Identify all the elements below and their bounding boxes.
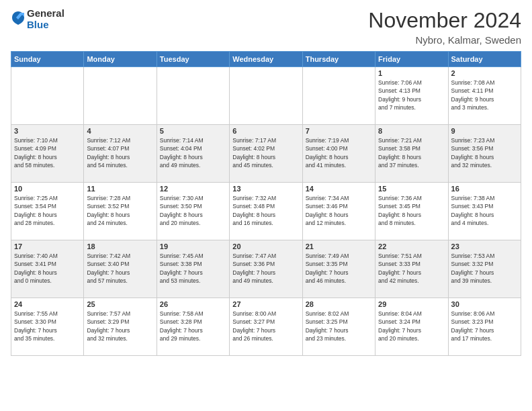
day-number-24: 24	[14, 300, 81, 308]
calendar-day-6: 6Sunrise: 7:17 AM Sunset: 4:02 PM Daylig…	[230, 125, 302, 183]
day-info-25: Sunrise: 7:57 AM Sunset: 3:29 PM Dayligh…	[87, 310, 153, 342]
calendar-empty	[157, 67, 229, 125]
calendar-day-2: 2Sunrise: 7:08 AM Sunset: 4:11 PM Daylig…	[448, 67, 521, 125]
day-number-21: 21	[306, 242, 372, 250]
calendar-day-26: 26Sunrise: 7:58 AM Sunset: 3:28 PM Dayli…	[157, 298, 229, 356]
calendar-day-12: 12Sunrise: 7:30 AM Sunset: 3:50 PM Dayli…	[157, 183, 229, 240]
calendar-day-17: 17Sunrise: 7:40 AM Sunset: 3:41 PM Dayli…	[11, 240, 84, 298]
calendar-day-21: 21Sunrise: 7:49 AM Sunset: 3:35 PM Dayli…	[302, 240, 375, 298]
day-number-17: 17	[14, 242, 81, 250]
day-number-19: 19	[160, 242, 226, 250]
day-number-13: 13	[232, 185, 299, 193]
weekday-header-saturday: Saturday	[448, 52, 521, 67]
weekday-header-sunday: Sunday	[11, 52, 84, 67]
calendar-day-8: 8Sunrise: 7:21 AM Sunset: 3:58 PM Daylig…	[375, 125, 448, 183]
day-number-6: 6	[232, 127, 299, 135]
day-info-16: Sunrise: 7:38 AM Sunset: 3:43 PM Dayligh…	[451, 194, 518, 227]
calendar-day-18: 18Sunrise: 7:42 AM Sunset: 3:40 PM Dayli…	[84, 240, 157, 298]
day-info-21: Sunrise: 7:49 AM Sunset: 3:35 PM Dayligh…	[306, 252, 372, 285]
calendar-day-22: 22Sunrise: 7:51 AM Sunset: 3:33 PM Dayli…	[375, 240, 448, 298]
month-title: November 2024	[368, 8, 521, 33]
calendar-empty	[302, 67, 375, 125]
calendar-day-4: 4Sunrise: 7:12 AM Sunset: 4:07 PM Daylig…	[84, 125, 157, 183]
day-info-15: Sunrise: 7:36 AM Sunset: 3:45 PM Dayligh…	[378, 194, 445, 227]
weekday-row: SundayMondayTuesdayWednesdayThursdayFrid…	[11, 52, 521, 67]
calendar-empty	[84, 67, 157, 125]
day-number-27: 27	[232, 300, 299, 308]
day-number-30: 30	[451, 300, 518, 308]
day-info-26: Sunrise: 7:58 AM Sunset: 3:28 PM Dayligh…	[160, 310, 226, 342]
calendar-day-7: 7Sunrise: 7:19 AM Sunset: 4:00 PM Daylig…	[302, 125, 375, 183]
day-info-30: Sunrise: 8:06 AM Sunset: 3:23 PM Dayligh…	[451, 310, 518, 342]
calendar-week-1: 1Sunrise: 7:06 AM Sunset: 4:13 PM Daylig…	[11, 67, 521, 125]
calendar: SundayMondayTuesdayWednesdayThursdayFrid…	[11, 51, 521, 356]
day-number-8: 8	[378, 127, 445, 135]
calendar-week-2: 3Sunrise: 7:10 AM Sunset: 4:09 PM Daylig…	[11, 125, 521, 183]
calendar-day-30: 30Sunrise: 8:06 AM Sunset: 3:23 PM Dayli…	[448, 298, 521, 356]
calendar-day-14: 14Sunrise: 7:34 AM Sunset: 3:46 PM Dayli…	[302, 183, 375, 240]
day-number-20: 20	[232, 242, 299, 250]
calendar-day-28: 28Sunrise: 8:02 AM Sunset: 3:25 PM Dayli…	[302, 298, 375, 356]
calendar-day-15: 15Sunrise: 7:36 AM Sunset: 3:45 PM Dayli…	[375, 183, 448, 240]
logo-blue-text: Blue	[27, 19, 64, 31]
day-info-18: Sunrise: 7:42 AM Sunset: 3:40 PM Dayligh…	[87, 252, 153, 285]
day-info-17: Sunrise: 7:40 AM Sunset: 3:41 PM Dayligh…	[14, 252, 81, 285]
logo-text: General Blue	[27, 8, 64, 30]
day-number-18: 18	[87, 242, 153, 250]
weekday-header-tuesday: Tuesday	[157, 52, 229, 67]
calendar-day-1: 1Sunrise: 7:06 AM Sunset: 4:13 PM Daylig…	[375, 67, 448, 125]
day-number-3: 3	[14, 127, 81, 135]
day-info-10: Sunrise: 7:25 AM Sunset: 3:54 PM Dayligh…	[14, 194, 81, 227]
day-info-22: Sunrise: 7:51 AM Sunset: 3:33 PM Dayligh…	[378, 252, 445, 285]
day-number-12: 12	[160, 185, 226, 193]
weekday-header-friday: Friday	[375, 52, 448, 67]
day-number-22: 22	[378, 242, 445, 250]
day-info-6: Sunrise: 7:17 AM Sunset: 4:02 PM Dayligh…	[232, 136, 299, 169]
calendar-day-19: 19Sunrise: 7:45 AM Sunset: 3:38 PM Dayli…	[157, 240, 229, 298]
calendar-day-3: 3Sunrise: 7:10 AM Sunset: 4:09 PM Daylig…	[11, 125, 84, 183]
calendar-day-5: 5Sunrise: 7:14 AM Sunset: 4:04 PM Daylig…	[157, 125, 229, 183]
calendar-day-16: 16Sunrise: 7:38 AM Sunset: 3:43 PM Dayli…	[448, 183, 521, 240]
calendar-body: 1Sunrise: 7:06 AM Sunset: 4:13 PM Daylig…	[11, 67, 521, 356]
day-info-20: Sunrise: 7:47 AM Sunset: 3:36 PM Dayligh…	[232, 252, 299, 285]
weekday-header-wednesday: Wednesday	[230, 52, 302, 67]
calendar-week-4: 17Sunrise: 7:40 AM Sunset: 3:41 PM Dayli…	[11, 240, 521, 298]
calendar-day-29: 29Sunrise: 8:04 AM Sunset: 3:24 PM Dayli…	[375, 298, 448, 356]
calendar-day-25: 25Sunrise: 7:57 AM Sunset: 3:29 PM Dayli…	[84, 298, 157, 356]
day-number-4: 4	[87, 127, 153, 135]
day-number-9: 9	[451, 127, 518, 135]
calendar-day-11: 11Sunrise: 7:28 AM Sunset: 3:52 PM Dayli…	[84, 183, 157, 240]
day-number-11: 11	[87, 185, 153, 193]
day-info-9: Sunrise: 7:23 AM Sunset: 3:56 PM Dayligh…	[451, 136, 518, 169]
logo-general-text: General	[27, 8, 64, 19]
calendar-header: SundayMondayTuesdayWednesdayThursdayFrid…	[11, 52, 521, 67]
day-info-28: Sunrise: 8:02 AM Sunset: 3:25 PM Dayligh…	[306, 310, 372, 342]
logo: General Blue	[11, 8, 64, 30]
calendar-week-5: 24Sunrise: 7:55 AM Sunset: 3:30 PM Dayli…	[11, 298, 521, 356]
day-info-5: Sunrise: 7:14 AM Sunset: 4:04 PM Dayligh…	[160, 136, 226, 169]
page-container: General Blue November 2024 Nybro, Kalmar…	[0, 0, 532, 356]
day-info-19: Sunrise: 7:45 AM Sunset: 3:38 PM Dayligh…	[160, 252, 226, 285]
day-number-1: 1	[378, 69, 445, 77]
day-info-24: Sunrise: 7:55 AM Sunset: 3:30 PM Dayligh…	[14, 310, 81, 342]
weekday-header-thursday: Thursday	[302, 52, 375, 67]
day-info-4: Sunrise: 7:12 AM Sunset: 4:07 PM Dayligh…	[87, 136, 153, 169]
title-block: November 2024 Nybro, Kalmar, Sweden	[368, 8, 521, 46]
day-number-28: 28	[306, 300, 372, 308]
calendar-day-9: 9Sunrise: 7:23 AM Sunset: 3:56 PM Daylig…	[448, 125, 521, 183]
day-info-12: Sunrise: 7:30 AM Sunset: 3:50 PM Dayligh…	[160, 194, 226, 227]
day-info-8: Sunrise: 7:21 AM Sunset: 3:58 PM Dayligh…	[378, 136, 445, 169]
calendar-day-10: 10Sunrise: 7:25 AM Sunset: 3:54 PM Dayli…	[11, 183, 84, 240]
day-number-16: 16	[451, 185, 518, 193]
day-number-26: 26	[160, 300, 226, 308]
day-info-29: Sunrise: 8:04 AM Sunset: 3:24 PM Dayligh…	[378, 310, 445, 342]
day-number-29: 29	[378, 300, 445, 308]
day-number-23: 23	[451, 242, 518, 250]
calendar-empty	[230, 67, 302, 125]
calendar-day-13: 13Sunrise: 7:32 AM Sunset: 3:48 PM Dayli…	[230, 183, 302, 240]
day-info-11: Sunrise: 7:28 AM Sunset: 3:52 PM Dayligh…	[87, 194, 153, 227]
location: Nybro, Kalmar, Sweden	[368, 34, 521, 46]
day-info-14: Sunrise: 7:34 AM Sunset: 3:46 PM Dayligh…	[306, 194, 372, 227]
day-info-27: Sunrise: 8:00 AM Sunset: 3:27 PM Dayligh…	[232, 310, 299, 342]
calendar-day-23: 23Sunrise: 7:53 AM Sunset: 3:32 PM Dayli…	[448, 240, 521, 298]
